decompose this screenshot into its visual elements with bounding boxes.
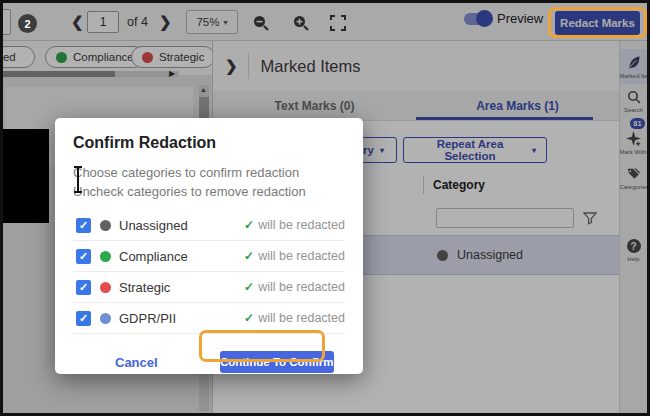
- text-cursor: [77, 166, 79, 193]
- category-label: Unassigned: [119, 218, 188, 233]
- redaction-status: ✓ will be redacted: [244, 249, 345, 263]
- check-icon: ✓: [244, 280, 254, 294]
- checklist-row-unassigned: ✓ Unassigned ✓ will be redacted: [73, 210, 345, 241]
- dialog-description-line1: Choose categories to confirm redaction: [73, 163, 345, 182]
- status-text: will be redacted: [258, 249, 345, 263]
- redaction-status: ✓ will be redacted: [244, 311, 345, 325]
- category-checklist: ✓ Unassigned ✓ will be redacted ✓ Compli…: [73, 210, 345, 334]
- checkbox[interactable]: ✓: [76, 311, 91, 326]
- app-window: ❮ of 4 ❯ 75% ▾ Preview Redact Marks: [0, 0, 650, 416]
- category-label: Strategic: [119, 280, 170, 295]
- status-text: will be redacted: [258, 218, 345, 232]
- checkbox[interactable]: ✓: [76, 280, 91, 295]
- checklist-row-strategic: ✓ Strategic ✓ will be redacted: [73, 272, 345, 303]
- check-icon: ✓: [244, 249, 254, 263]
- category-label: GDPR/PII: [119, 311, 176, 326]
- callout-step-badge: 2: [18, 14, 37, 33]
- cancel-button[interactable]: Cancel: [115, 355, 158, 370]
- category-dot-icon: [100, 251, 111, 262]
- checkmark-icon: ✓: [79, 220, 88, 231]
- category-dot-icon: [100, 220, 111, 231]
- redaction-status: ✓ will be redacted: [244, 218, 345, 232]
- checkmark-icon: ✓: [79, 313, 88, 324]
- redaction-status: ✓ will be redacted: [244, 280, 345, 294]
- category-dot-icon: [100, 313, 111, 324]
- checkmark-icon: ✓: [79, 282, 88, 293]
- check-icon: ✓: [244, 218, 254, 232]
- checkbox[interactable]: ✓: [76, 218, 91, 233]
- checkmark-icon: ✓: [79, 251, 88, 262]
- status-text: will be redacted: [258, 311, 345, 325]
- dialog-description-line2: Uncheck categories to remove redaction: [73, 182, 345, 201]
- category-dot-icon: [100, 282, 111, 293]
- category-label: Compliance: [119, 249, 188, 264]
- status-text: will be redacted: [258, 280, 345, 294]
- highlight-ring-redact-marks: [548, 7, 647, 38]
- check-icon: ✓: [244, 311, 254, 325]
- dialog-title: Confirm Redaction: [73, 134, 345, 152]
- checkbox[interactable]: ✓: [76, 249, 91, 264]
- checklist-row-compliance: ✓ Compliance ✓ will be redacted: [73, 241, 345, 272]
- highlight-ring-continue-button: [199, 330, 325, 362]
